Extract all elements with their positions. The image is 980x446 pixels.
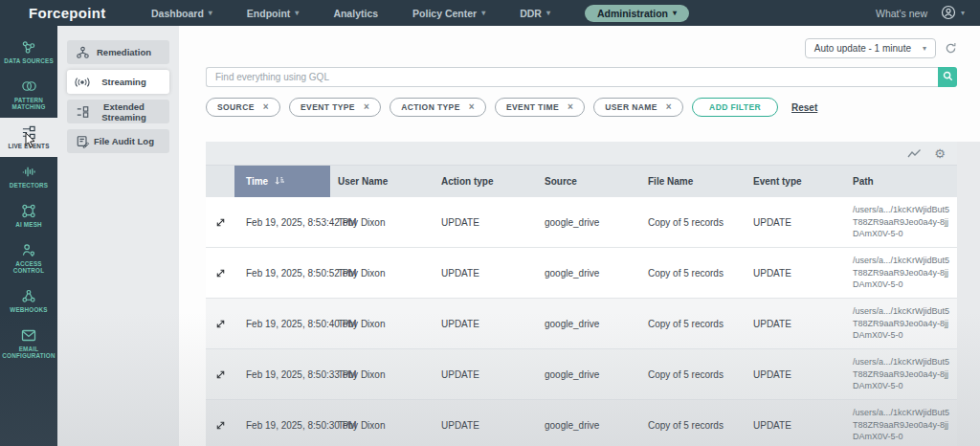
expand-row-icon[interactable]: [206, 420, 234, 431]
access-control-icon: [21, 242, 36, 257]
close-icon[interactable]: ×: [263, 103, 269, 111]
submenu-item-remediation[interactable]: Remediation: [67, 40, 169, 64]
column-header-source[interactable]: Source: [537, 176, 640, 187]
table-row[interactable]: Feb 19, 2025, 8:53:42 PM Toby Dixon UPDA…: [206, 197, 957, 248]
filter-chip-event-type[interactable]: EVENT TYPE ×: [289, 98, 381, 117]
submenu-item-label: Remediation: [90, 47, 169, 57]
cell-path: /users/a.../1kcKrWjidBut5T88ZR9aaR9Jeo0a…: [845, 356, 957, 392]
cell-event-type: UPDATE: [746, 319, 845, 329]
expand-row-icon[interactable]: [206, 217, 234, 228]
sort-descending-icon: [275, 176, 284, 188]
add-filter-button[interactable]: ADD FILTER: [692, 98, 778, 117]
sidebar-item-label: ACCESS CONTROL: [2, 260, 56, 274]
table-toolbar: ⚙: [206, 142, 957, 166]
sidebar-item-label: PATTERN MATCHING: [2, 97, 56, 110]
table-row[interactable]: Feb 19, 2025, 8:50:52 PM Toby Dixon UPDA…: [206, 248, 957, 299]
sidebar-item-live-events[interactable]: LIVE EVENTS: [0, 118, 57, 157]
cell-time: Feb 19, 2025, 8:53:42 PM: [234, 217, 330, 228]
cell-user-name: Toby Dixon: [330, 217, 434, 228]
table-body: Feb 19, 2025, 8:53:42 PM Toby Dixon UPDA…: [206, 197, 957, 446]
cell-file-name: Copy of 5 records: [640, 217, 746, 228]
search-input[interactable]: [206, 67, 938, 87]
cell-user-name: Toby Dixon: [330, 420, 434, 431]
cell-file-name: Copy of 5 records: [640, 268, 746, 279]
cell-action-type: UPDATE: [434, 217, 537, 228]
chevron-down-icon: ▾: [481, 9, 485, 17]
sidebar-item-label: AI MESH: [15, 221, 42, 228]
cell-file-name: Copy of 5 records: [640, 369, 746, 380]
chevron-down-icon: ▾: [961, 9, 965, 17]
cell-event-type: UPDATE: [746, 420, 845, 431]
close-icon[interactable]: ×: [469, 103, 475, 111]
whats-new-link[interactable]: What's new: [876, 8, 927, 19]
column-header-file-name[interactable]: File Name: [640, 176, 746, 187]
sidebar-item-email-configuration[interactable]: EMAIL CONFIGURATION: [0, 321, 57, 367]
cell-source: google_drive: [537, 217, 640, 228]
avatar-icon: [941, 5, 956, 22]
cell-source: google_drive: [537, 369, 640, 380]
nav-item-endpoint[interactable]: Endpoint ▾: [247, 8, 300, 19]
submenu-item-streaming[interactable]: Streaming: [67, 70, 169, 94]
webhooks-icon: [21, 288, 36, 303]
table-row[interactable]: Feb 19, 2025, 8:50:30 PM Toby Dixon UPDA…: [206, 400, 957, 446]
expand-row-icon[interactable]: [206, 369, 234, 380]
nav-item-administration[interactable]: Administration ▾: [585, 5, 689, 22]
cell-event-type: UPDATE: [746, 369, 845, 380]
table-row[interactable]: Feb 19, 2025, 8:50:40 PM Toby Dixon UPDA…: [206, 299, 957, 349]
cell-user-name: Toby Dixon: [330, 319, 434, 329]
close-icon[interactable]: ×: [666, 103, 672, 111]
table-row[interactable]: Feb 19, 2025, 8:50:33 PM Toby Dixon UPDA…: [206, 349, 957, 400]
sidebar-item-access-control[interactable]: ACCESS CONTROL: [0, 235, 57, 281]
cell-time: Feb 19, 2025, 8:50:40 PM: [234, 319, 330, 329]
cell-path: /users/a.../1kcKrWjidBut5T88ZR9aaR9Jeo0a…: [845, 407, 957, 443]
expand-row-icon[interactable]: [206, 319, 234, 329]
sidebar-item-ai-mesh[interactable]: AI MESH: [0, 196, 57, 235]
chevron-down-icon: ▾: [673, 9, 677, 17]
sidebar-item-data-sources[interactable]: DATA SOURCES: [0, 33, 57, 72]
filter-chips-row: SOURCE × EVENT TYPE × ACTION TYPE × EVEN…: [206, 98, 957, 117]
filter-chip-user-name[interactable]: USER NAME ×: [593, 98, 683, 117]
column-header-user-name[interactable]: User Name: [330, 176, 434, 187]
cell-path: /users/a.../1kcKrWjidBut5T88ZR9aaR9Jeo0a…: [845, 204, 957, 240]
column-header-time[interactable]: Time: [234, 166, 330, 197]
column-header-event-type[interactable]: Event type: [746, 176, 845, 187]
forcepoint-logo: Forcepoint: [29, 5, 151, 21]
main-content: Auto update - 1 minute ▾: [179, 26, 980, 446]
submenu-item-file-audit-log[interactable]: File Audit Log: [67, 129, 169, 153]
expand-row-icon[interactable]: [206, 268, 234, 279]
nav-item-dashboard[interactable]: Dashboard ▾: [151, 8, 212, 19]
nav-item-ddr[interactable]: DDR ▾: [520, 8, 550, 19]
auto-update-select[interactable]: Auto update - 1 minute ▾: [805, 38, 936, 58]
filter-chip-source[interactable]: SOURCE ×: [206, 98, 280, 117]
column-header-action-type[interactable]: Action type: [434, 176, 537, 187]
chevron-down-icon: ▾: [209, 9, 212, 17]
search-button[interactable]: [938, 67, 957, 87]
filter-chip-label: SOURCE: [217, 102, 255, 112]
table-settings-gear-icon[interactable]: ⚙: [934, 146, 946, 161]
update-row: Auto update - 1 minute ▾: [179, 26, 980, 58]
sidebar-item-pattern-matching[interactable]: PATTERN MATCHING: [0, 72, 57, 118]
close-icon[interactable]: ×: [364, 103, 369, 111]
nav-item-policy-center[interactable]: Policy Center ▾: [412, 8, 485, 19]
reset-filters-link[interactable]: Reset: [791, 102, 817, 113]
cell-path: /users/a.../1kcKrWjidBut5T88ZR9aaR9Jeo0a…: [845, 255, 957, 291]
extended-streaming-icon: [75, 105, 90, 119]
cell-source: google_drive: [537, 319, 640, 329]
filter-chip-label: USER NAME: [605, 102, 657, 112]
cell-action-type: UPDATE: [434, 268, 537, 279]
sidebar-item-webhooks[interactable]: WEBHOOKS: [0, 281, 57, 321]
chart-view-icon[interactable]: [907, 148, 922, 159]
column-header-path[interactable]: Path: [845, 176, 957, 187]
filter-chip-event-time[interactable]: EVENT TIME ×: [495, 98, 585, 117]
sidebar-item-detectors[interactable]: DETECTORS: [0, 157, 57, 196]
forcepoint-app-window: Forcepoint Dashboard ▾ Endpoint ▾ Analyt…: [0, 0, 980, 446]
refresh-icon[interactable]: [945, 42, 957, 55]
email-configuration-icon: [21, 327, 36, 343]
nav-item-analytics[interactable]: Analytics: [333, 8, 378, 19]
filter-chip-action-type[interactable]: ACTION TYPE ×: [390, 98, 486, 117]
close-icon[interactable]: ×: [568, 103, 573, 111]
user-menu[interactable]: ▾: [941, 5, 965, 22]
sidebar-item-label: DATA SOURCES: [4, 57, 54, 64]
cell-source: google_drive: [537, 420, 640, 431]
submenu-item-extended-streaming[interactable]: Extended Streaming: [67, 100, 169, 123]
